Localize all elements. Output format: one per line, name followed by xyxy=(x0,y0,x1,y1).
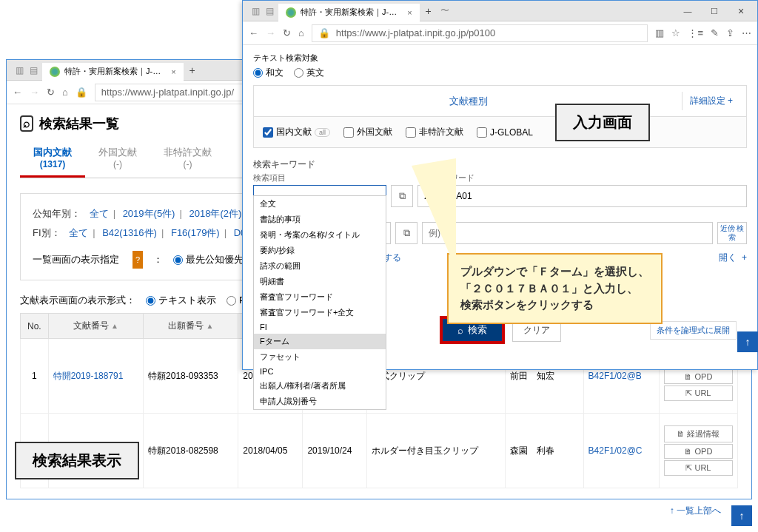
maximize-button[interactable]: ☐ xyxy=(701,1,728,21)
col-no: No. xyxy=(21,314,49,339)
annotation-result-screen: 検索結果表示 xyxy=(15,442,139,479)
tab-domestic[interactable]: 国内文献(1317) xyxy=(20,140,85,178)
check-nonpatent[interactable]: 非特許文献 xyxy=(406,126,463,138)
edge-more-icon[interactable]: 〜 xyxy=(437,1,452,20)
fi-link[interactable]: B42F1/02@B xyxy=(588,371,642,381)
new-tab-button[interactable]: + xyxy=(420,2,437,20)
help-icon[interactable]: ? xyxy=(133,251,143,269)
dropdown-item[interactable]: 要約/抄録 xyxy=(254,243,386,258)
tab-nonpatent[interactable]: 非特許文献(-) xyxy=(150,140,225,178)
address-bar[interactable]: 🔒 https://www.j-platpat.inpit.go.jp/p010… xyxy=(312,24,648,42)
favorite-icon[interactable]: ☆ xyxy=(671,27,680,38)
fi-link[interactable]: B42F1/02@C xyxy=(588,445,643,456)
browser-tab[interactable]: 特許・実用新案検索｜J-… × xyxy=(42,63,184,81)
dropdown-item[interactable]: 審査官フリーワード xyxy=(254,289,386,305)
radio-jp[interactable]: 和文 xyxy=(253,67,284,79)
dropdown-item[interactable]: 請求の範囲 xyxy=(254,258,386,274)
year-link[interactable]: 2019年(5件) xyxy=(123,208,175,219)
dropdown-item[interactable]: 書誌的事項 xyxy=(254,212,386,227)
home-icon[interactable]: ⌂ xyxy=(62,87,68,98)
edge-tabaside-icon[interactable]: ▤ xyxy=(30,65,38,75)
lock-icon: 🔒 xyxy=(76,87,87,98)
keyword-input[interactable] xyxy=(417,185,747,207)
home-icon[interactable]: ⌂ xyxy=(298,27,304,38)
annotation-input-screen: 入力画面 xyxy=(555,104,650,141)
favicon-icon xyxy=(286,7,296,18)
opd-button[interactable]: 🗎 OPD xyxy=(664,444,733,459)
favicon-icon xyxy=(50,67,60,77)
dropdown-item[interactable]: ファセット xyxy=(254,349,386,365)
share-icon[interactable]: ⇪ xyxy=(726,27,734,38)
dropdown-item[interactable]: 明細書 xyxy=(254,274,386,289)
expand-logic-link[interactable]: 条件を論理式に展開 xyxy=(650,321,737,340)
radio-en[interactable]: 英文 xyxy=(294,67,324,79)
lock-icon: 🔒 xyxy=(318,27,330,38)
hub-icon[interactable]: ⋮≡ xyxy=(688,27,703,38)
search-item-dropdown[interactable]: 全文書誌的事項発明・考案の名称/タイトル要約/抄録請求の範囲明細書審査官フリーワ… xyxy=(253,195,386,410)
to-list-top-link[interactable]: 一覧上部へ xyxy=(670,505,721,517)
col-appno[interactable]: 出願番号 ▲ xyxy=(144,314,238,339)
back-icon[interactable]: ← xyxy=(249,27,258,38)
expand-icon[interactable]: ⧉ xyxy=(391,185,413,207)
front-nav-bar: ← → ↻ ⌂ 🔒 https://www.j-platpat.inpit.go… xyxy=(243,21,757,45)
close-tab-icon[interactable]: × xyxy=(171,67,175,76)
edge-tabaside-icon[interactable]: ▤ xyxy=(266,6,274,16)
dropdown-item[interactable]: 申請人識別番号 xyxy=(254,394,386,409)
year-link[interactable]: 2018年(2件) xyxy=(189,208,241,219)
fi-link[interactable]: B42(1316件) xyxy=(102,227,157,238)
text-target-label: テキスト検索対象 xyxy=(253,53,747,64)
close-window-button[interactable]: × xyxy=(728,1,754,21)
tab-title: 特許・実用新案検索｜J-… xyxy=(301,7,397,18)
radio-earliest[interactable]: 最先公知優先 xyxy=(173,250,244,269)
check-jglobal[interactable]: J-GLOBAL xyxy=(477,127,533,138)
url-button[interactable]: ⇱ URL xyxy=(664,385,733,401)
url-button[interactable]: ⇱ URL xyxy=(664,460,733,476)
year-all[interactable]: 全て xyxy=(90,208,109,219)
browser-tab[interactable]: 特許・実用新案検索｜J-… × xyxy=(278,4,420,21)
menu-icon[interactable]: ⋯ xyxy=(742,27,751,38)
back-icon[interactable]: ← xyxy=(13,87,22,98)
dropdown-item[interactable]: 審査官フリーワード+全文 xyxy=(254,305,386,320)
scroll-top-button[interactable]: ↑ xyxy=(737,331,758,352)
open-link[interactable]: 開く + xyxy=(719,252,747,264)
refresh-icon[interactable]: ↻ xyxy=(283,27,291,38)
search-icon: ⌕ xyxy=(457,325,463,336)
edge-hub-icon[interactable]: ▥ xyxy=(16,65,24,75)
front-tab-bar: ▥ ▤ 特許・実用新案検索｜J-… × + 〜 — ☐ × xyxy=(243,1,757,21)
dropdown-item[interactable]: IPC xyxy=(254,365,386,378)
check-domestic[interactable]: 国内文献all xyxy=(263,126,330,138)
notes-icon[interactable]: ✎ xyxy=(711,27,719,38)
dropdown-item[interactable]: 出願人/権利者/著者所属 xyxy=(254,378,386,394)
keyword-input-2[interactable] xyxy=(422,222,713,244)
reading-icon[interactable]: ▥ xyxy=(655,27,664,38)
dropdown-item[interactable]: Fターム xyxy=(254,334,386,349)
col-docno[interactable]: 文献番号 ▲ xyxy=(48,314,143,339)
dropdown-item[interactable]: 出願人/権利者住所 xyxy=(254,409,386,410)
opd-button[interactable]: 🗎 OPD xyxy=(664,369,733,384)
dropdown-item[interactable]: 発明・考案の名称/タイトル xyxy=(254,227,386,243)
doc-link[interactable]: 特開2019-188791 xyxy=(53,371,124,381)
close-tab-icon[interactable]: × xyxy=(407,8,412,17)
fi-all[interactable]: 全て xyxy=(69,227,88,238)
new-tab-button[interactable]: + xyxy=(184,61,201,79)
near-search-button[interactable]: 近傍 検索 xyxy=(717,222,747,244)
dropdown-item[interactable]: 全文 xyxy=(254,196,386,212)
fi-link[interactable]: F16(179件) xyxy=(171,227,220,238)
dropdown-item[interactable]: FI xyxy=(254,320,386,334)
tab-foreign[interactable]: 外国文献(-) xyxy=(85,140,150,178)
refresh-icon[interactable]: ↻ xyxy=(47,87,55,98)
edge-hub-icon[interactable]: ▥ xyxy=(252,6,260,16)
doctype-header[interactable]: 文献種別 詳細設定 + xyxy=(253,85,747,117)
annotation-callout: プルダウンで「Ｆターム」を選択し、「２Ｃ０１７ＢＡ０１」と入力し、検索ボタンをク… xyxy=(447,253,663,324)
check-foreign[interactable]: 外国文献 xyxy=(343,126,392,138)
page-scroll-top-button[interactable]: ↑ xyxy=(731,505,752,526)
doctype-checks: 国内文献all 外国文献 非特許文献 J-GLOBAL xyxy=(253,117,747,148)
history-button[interactable]: 🗎 経過情報 xyxy=(664,425,733,442)
forward-icon: → xyxy=(266,27,275,38)
radio-text[interactable]: テキスト表示 xyxy=(146,294,216,307)
minimize-button[interactable]: — xyxy=(674,1,701,21)
search-icon: ⌕ xyxy=(20,115,33,132)
detail-settings[interactable]: 詳細設定 + xyxy=(682,92,740,110)
forward-icon: → xyxy=(30,87,39,98)
tab-title: 特許・実用新案検索｜J-… xyxy=(64,66,161,77)
